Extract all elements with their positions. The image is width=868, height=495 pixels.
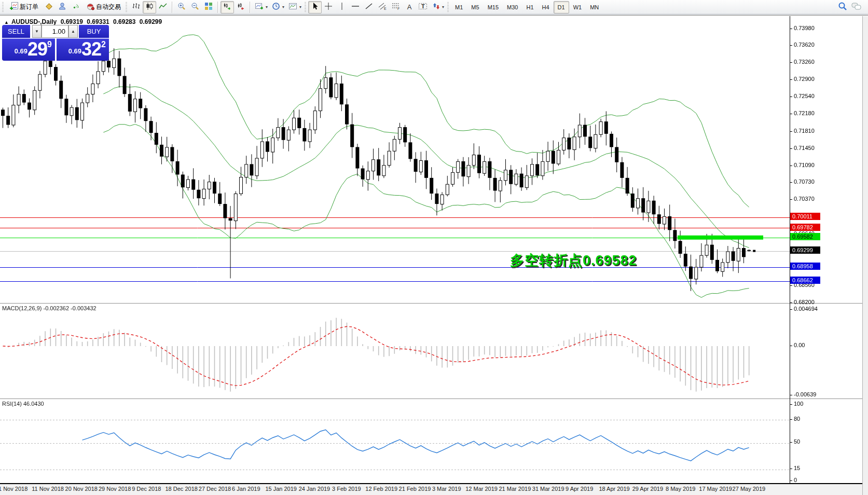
toolbar-grip[interactable] — [2, 2, 4, 12]
pane-separator[interactable] — [0, 303, 862, 304]
line-chart-mode-button[interactable] — [156, 1, 170, 13]
date-label: 1 Nov 2018 — [0, 486, 27, 492]
timeframe-button-m30[interactable]: M30 — [503, 1, 522, 13]
arrows-tool-button[interactable]: ▾ — [430, 1, 446, 13]
zoom-out-button[interactable] — [188, 1, 202, 13]
toolbar-separator — [250, 2, 251, 13]
toolbar-separator — [217, 2, 218, 13]
toolbar-grip[interactable] — [447, 2, 449, 12]
text-tool-button[interactable]: A — [403, 1, 416, 13]
trendline-tool-button[interactable] — [362, 1, 376, 13]
chat-icon — [851, 2, 862, 12]
auto-trading-button[interactable]: 自动交易 — [82, 1, 125, 13]
axis-tick — [790, 302, 792, 303]
chart-shift-icon — [237, 2, 245, 12]
buy-button[interactable]: BUY — [79, 25, 109, 38]
chart-annotation-text[interactable]: 多空转折点0.69582 — [510, 251, 637, 270]
volume-input[interactable]: 1.00 — [42, 25, 68, 38]
fibonacci-tool-button[interactable]: F — [389, 1, 403, 13]
axis-tick-label: 100 — [794, 401, 803, 407]
tile-windows-button[interactable] — [202, 1, 215, 13]
timeframe-button-h4[interactable]: H4 — [538, 1, 554, 13]
timeframe-button-h1[interactable]: H1 — [522, 1, 538, 13]
date-label: 12 Feb 2019 — [365, 486, 397, 492]
buy-price-button[interactable]: 0.69322 — [57, 38, 109, 61]
axis-tick — [790, 166, 792, 166]
axis-tick-label: 80 — [794, 416, 800, 422]
candlestick-chart-icon — [145, 2, 154, 12]
accounts-button[interactable] — [56, 1, 69, 13]
candle-chart-mode-button[interactable] — [143, 1, 156, 13]
cursor-tool-button[interactable] — [308, 1, 322, 13]
collapse-triangle-icon[interactable]: ▲ — [4, 20, 9, 25]
chart-canvas[interactable] — [0, 16, 790, 484]
timeframe-button-m5[interactable]: M5 — [467, 1, 483, 13]
channel-tool-button[interactable]: E — [376, 1, 389, 13]
market-watch-button[interactable] — [42, 1, 56, 13]
resistance-line-badge: 0.69782 — [790, 224, 820, 231]
ohlc-low: 0.69283 — [113, 18, 135, 25]
auto-scroll-button[interactable] — [221, 1, 234, 13]
add-indicator-icon — [255, 2, 264, 12]
horizontal-line-tool-button[interactable] — [349, 1, 362, 13]
chart-shift-button[interactable] — [234, 1, 247, 13]
sell-label: SELL — [8, 28, 24, 35]
date-label: 27 May 2019 — [733, 486, 766, 492]
timeframe-button-m15[interactable]: M15 — [484, 1, 503, 13]
templates-button[interactable]: ▾ — [286, 1, 304, 13]
date-label: 9 Apr 2019 — [566, 486, 593, 492]
date-label: 21 Feb 2019 — [399, 486, 431, 492]
date-label: 29 Apr 2019 — [632, 486, 663, 492]
svg-text:T: T — [421, 3, 425, 9]
date-label: 20 Nov 2018 — [65, 486, 98, 492]
text-label-icon: T — [418, 2, 428, 12]
vertical-line-tool-button[interactable] — [335, 1, 349, 13]
new-order-label: 新订单 — [20, 3, 38, 11]
symbol-period-label: AUDUSD-,Daily — [11, 18, 57, 25]
axis-tick-label: 0.71090 — [794, 162, 815, 168]
signal-icon — [72, 2, 80, 12]
arrows-icon — [432, 2, 440, 12]
axis-tick — [790, 62, 792, 63]
timeframe-button-w1[interactable]: W1 — [569, 1, 586, 13]
date-label: 15 Jan 2019 — [265, 486, 297, 492]
zoom-out-icon — [191, 2, 199, 12]
crosshair-tool-button[interactable] — [322, 1, 335, 13]
search-button[interactable] — [836, 1, 849, 13]
timeframe-button-m1[interactable]: M1 — [451, 1, 467, 13]
axis-tick-label: 0.73980 — [794, 25, 815, 31]
text-label-tool-button[interactable]: T — [416, 1, 430, 13]
svg-text:E: E — [384, 7, 387, 10]
sell-price-button[interactable]: 0.69299 — [2, 38, 55, 61]
zoom-in-button[interactable] — [175, 1, 188, 13]
axis-tick — [790, 346, 792, 346]
indicators-button[interactable]: ▾ — [253, 1, 270, 13]
bar-chart-mode-button[interactable] — [129, 1, 143, 13]
sell-button[interactable]: SELL — [2, 25, 30, 38]
toolbar-grip[interactable] — [305, 2, 306, 12]
timeframe-toolbar: M1M5M15M30H1H4D1W1MN — [451, 1, 603, 13]
axis-tick-label: 0.68200 — [794, 299, 815, 305]
timeframe-button-d1[interactable]: D1 — [554, 1, 569, 13]
toolbar-separator — [172, 2, 173, 13]
rsi-pane-label: RSI(14) 46.0430 — [2, 401, 44, 407]
date-label: 27 Dec 2018 — [199, 486, 231, 492]
date-label: 29 Nov 2018 — [99, 486, 131, 492]
new-order-button[interactable]: 新订单 — [6, 1, 42, 13]
volume-decrease-button[interactable]: ▼ — [32, 25, 42, 38]
volume-increase-button[interactable]: ▲ — [68, 25, 78, 38]
axis-tick-label: 0.73620 — [794, 42, 815, 48]
axis-tick — [790, 79, 792, 80]
toolbar-grip[interactable] — [126, 2, 127, 12]
periods-button[interactable]: ▾ — [270, 1, 286, 13]
chat-button[interactable] — [849, 1, 864, 13]
trendline-icon — [365, 2, 373, 12]
cursor-icon — [311, 2, 319, 12]
date-label: 18 Dec 2018 — [166, 486, 198, 492]
axis-tick-label: 0.72180 — [794, 110, 815, 116]
timeframe-button-mn[interactable]: MN — [586, 1, 603, 13]
axis-tick-label: 0.70370 — [794, 196, 815, 202]
clock-icon — [272, 2, 280, 12]
signals-button[interactable] — [69, 1, 82, 13]
pane-separator[interactable] — [0, 398, 862, 400]
